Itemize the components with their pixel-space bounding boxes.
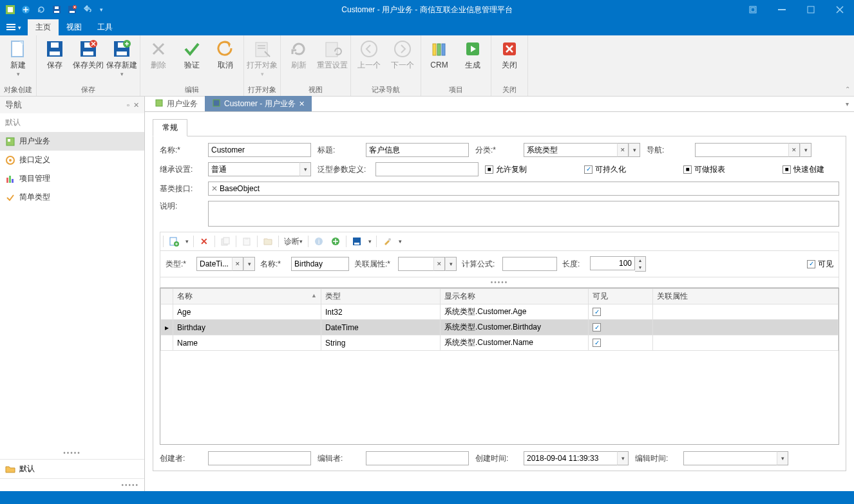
- dropdown-icon[interactable]: ▾: [617, 451, 629, 465]
- dropdown-icon[interactable]: ▾: [629, 143, 640, 157]
- next-button[interactable]: 下一个: [386, 37, 419, 70]
- title-field[interactable]: [366, 143, 469, 157]
- sidebar-item[interactable]: 简单类型: [0, 188, 144, 207]
- tab-general[interactable]: 常规: [153, 119, 187, 136]
- sidebar-pin-icon[interactable]: ▫: [127, 101, 129, 109]
- verify-button[interactable]: 验证: [175, 37, 209, 70]
- dropdown-icon[interactable]: ▾: [800, 143, 811, 157]
- gen-button[interactable]: 生成: [456, 37, 489, 70]
- visible-checkbox[interactable]: ✓: [807, 260, 815, 268]
- table-row[interactable]: NameString系统类型.Customer.Name✓: [161, 335, 839, 351]
- prev-button[interactable]: 上一个: [352, 37, 386, 70]
- refresh-button[interactable]: 刷新: [282, 37, 316, 70]
- allow-copy-checkbox[interactable]: ■: [485, 165, 493, 174]
- category-combo[interactable]: ✕ ▾: [524, 143, 640, 157]
- collapse-handle[interactable]: •••••: [160, 277, 839, 288]
- close-button[interactable]: 关闭: [493, 37, 526, 70]
- qat-dropdown-icon[interactable]: ▾: [98, 5, 104, 15]
- document-tab[interactable]: 用户业务: [147, 96, 205, 111]
- sidebar-close-icon[interactable]: ✕: [133, 101, 139, 109]
- copy-icon[interactable]: [218, 234, 233, 248]
- prop-len-field[interactable]: [590, 256, 635, 270]
- dropdown-icon[interactable]: ▾: [17, 71, 20, 77]
- reset-button[interactable]: 重置设置: [316, 37, 349, 70]
- creator-field[interactable]: [208, 451, 311, 465]
- remove-tag-icon[interactable]: ✕: [211, 184, 218, 193]
- prop-name-field[interactable]: [291, 257, 349, 271]
- sidebar-mini-splitter[interactable]: •••••: [0, 478, 144, 491]
- ctime-combo[interactable]: ▾: [524, 451, 629, 465]
- column-header[interactable]: 关联属性: [653, 289, 839, 304]
- dropdown-icon[interactable]: ▾: [445, 257, 457, 271]
- sidebar-item[interactable]: 用户业务: [0, 132, 144, 151]
- prop-calc-field[interactable]: [502, 257, 557, 271]
- clear-icon[interactable]: ✕: [433, 257, 445, 271]
- dropdown-icon[interactable]: ▾: [120, 71, 124, 77]
- sidebar-footer-item[interactable]: 默认: [0, 459, 144, 478]
- delete-icon[interactable]: ✕: [196, 234, 212, 248]
- qat-undo-icon[interactable]: [82, 5, 93, 15]
- delete-button[interactable]: 删除: [142, 37, 175, 70]
- sidebar-item[interactable]: 项目管理: [0, 169, 144, 188]
- save-button[interactable]: 保存: [38, 37, 71, 70]
- folder-icon[interactable]: [260, 234, 276, 248]
- openobj-button[interactable]: 打开对象▾: [245, 37, 279, 77]
- table-row[interactable]: AgeInt32系统类型.Customer.Age✓: [161, 304, 839, 320]
- visible-checkbox[interactable]: ✓: [593, 339, 601, 347]
- ribbon-expand-icon[interactable]: ⌃: [845, 86, 850, 93]
- tab-view[interactable]: 视图: [59, 19, 90, 35]
- tab-tools[interactable]: 工具: [90, 19, 120, 35]
- clear-icon[interactable]: ✕: [232, 257, 243, 271]
- base-interface-field[interactable]: ✕ BaseObject: [208, 182, 839, 196]
- table-row[interactable]: ▸BirthdayDateTime系统类型.Customer.Birthday✓: [161, 320, 839, 335]
- window-close-icon[interactable]: [825, 0, 854, 19]
- dropdown-icon[interactable]: ▾: [777, 451, 788, 465]
- reportable-checkbox[interactable]: ■: [683, 165, 692, 174]
- tabstrip-dropdown-icon[interactable]: ▾: [846, 100, 849, 107]
- close-tab-icon[interactable]: ✕: [299, 100, 305, 108]
- name-field[interactable]: [208, 143, 311, 157]
- file-menu-button[interactable]: ▾: [0, 19, 28, 35]
- tab-home[interactable]: 主页: [28, 19, 59, 35]
- quickcreate-checkbox[interactable]: ■: [783, 165, 791, 174]
- column-header[interactable]: 类型: [321, 289, 441, 304]
- window-minimize-icon[interactable]: [767, 0, 796, 19]
- cancel-button[interactable]: 取消: [209, 37, 242, 70]
- editor-field[interactable]: [366, 451, 469, 465]
- qat-save-icon[interactable]: [52, 5, 62, 15]
- spin-down-icon[interactable]: ▼: [635, 264, 645, 271]
- qat-new-icon[interactable]: [21, 5, 31, 15]
- sidebar-splitter[interactable]: •••••: [0, 447, 144, 459]
- savenew-button[interactable]: 保存新建▾: [105, 37, 138, 77]
- app-icon[interactable]: [5, 5, 15, 15]
- prop-type-combo[interactable]: ✕ ▾: [196, 257, 255, 271]
- props-dropdown-icon[interactable]: ▾: [396, 234, 404, 248]
- save-dropdown-icon[interactable]: ▾: [366, 234, 374, 248]
- props-icon[interactable]: [379, 234, 395, 248]
- saveclose-button[interactable]: 保存关闭: [71, 37, 105, 70]
- column-header[interactable]: 显示名称: [441, 289, 589, 304]
- window-pin-icon[interactable]: [738, 0, 767, 19]
- window-maximize-icon[interactable]: [796, 0, 825, 19]
- new-button[interactable]: 新建▾: [1, 37, 35, 77]
- clear-icon[interactable]: ✕: [617, 143, 629, 157]
- column-header[interactable]: 名称▲: [173, 289, 321, 304]
- dropdown-icon[interactable]: ▾: [299, 162, 311, 176]
- qat-refresh-icon[interactable]: [36, 5, 46, 15]
- new-dropdown-icon[interactable]: ▾: [183, 234, 191, 248]
- dropdown-icon[interactable]: ▾: [261, 71, 264, 77]
- column-header[interactable]: 可见: [589, 289, 653, 304]
- prop-rel-combo[interactable]: ✕ ▾: [398, 257, 457, 271]
- save-icon[interactable]: [349, 234, 365, 248]
- inherit-combo[interactable]: ▾: [208, 162, 311, 176]
- document-tab[interactable]: Customer - 用户业务✕: [205, 96, 312, 111]
- info-icon[interactable]: i: [311, 234, 327, 248]
- diagnose-button[interactable]: 诊断 ▾: [281, 234, 305, 248]
- etime-combo[interactable]: ▾: [683, 451, 788, 465]
- paste-icon[interactable]: [239, 234, 254, 248]
- clear-icon[interactable]: ✕: [788, 143, 800, 157]
- description-field[interactable]: [208, 201, 839, 227]
- generic-field[interactable]: [375, 162, 479, 176]
- visible-checkbox[interactable]: ✓: [593, 323, 601, 331]
- persistable-checkbox[interactable]: ✓: [584, 165, 593, 174]
